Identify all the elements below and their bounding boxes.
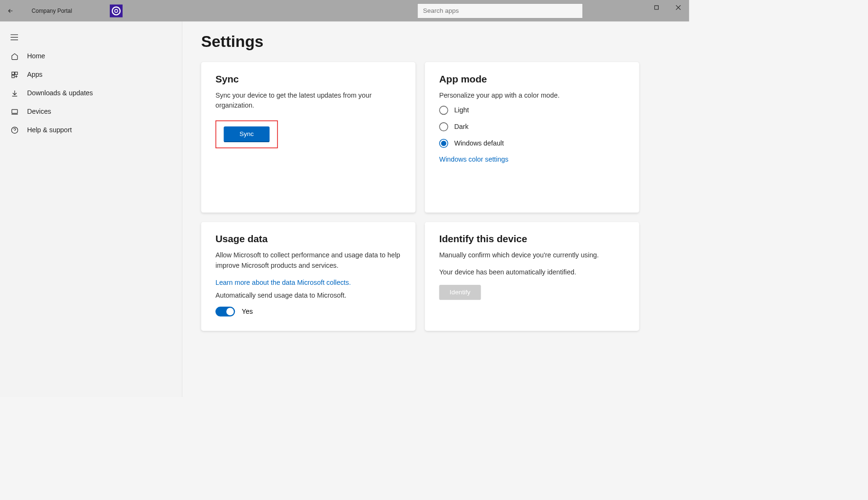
app-title: Company Portal: [32, 8, 72, 14]
sidebar-item-label: Apps: [27, 71, 43, 79]
home-icon: [10, 53, 18, 60]
radio-icon-checked: [439, 139, 448, 148]
svg-rect-0: [654, 6, 658, 9]
sidebar: Home Apps Downloads & updates Devices He…: [0, 21, 182, 397]
radio-light[interactable]: Light: [439, 106, 625, 115]
sidebar-item-label: Home: [27, 52, 45, 60]
sync-card: Sync Sync your device to get the latest …: [201, 62, 416, 213]
usage-learn-more-link[interactable]: Learn more about the data Microsoft coll…: [215, 279, 351, 287]
usage-heading: Usage data: [215, 233, 401, 245]
sync-description: Sync your device to get the latest updat…: [215, 91, 401, 111]
download-icon: [10, 90, 18, 97]
app-mode-heading: App mode: [439, 73, 625, 85]
identify-description: Manually confirm which device you're cur…: [439, 250, 625, 260]
svg-rect-3: [12, 75, 14, 77]
sidebar-item-devices[interactable]: Devices: [0, 102, 182, 121]
usage-description: Allow Microsoft to collect performance a…: [215, 250, 401, 271]
maximize-button[interactable]: [645, 0, 667, 15]
hamburger-menu-button[interactable]: [0, 29, 182, 47]
devices-icon: [10, 108, 18, 115]
apps-icon: [10, 71, 18, 79]
identify-heading: Identify this device: [439, 233, 625, 245]
app-mode-card: App mode Personalize your app with a col…: [425, 62, 639, 213]
page-title: Settings: [201, 33, 671, 51]
sidebar-item-home[interactable]: Home: [0, 47, 182, 65]
radio-windows-default[interactable]: Windows default: [439, 139, 625, 148]
sync-button[interactable]: Sync: [224, 127, 269, 142]
radio-label: Dark: [454, 123, 468, 131]
sidebar-item-help[interactable]: Help & support: [0, 121, 182, 139]
main-content: Settings Sync Sync your device to get th…: [182, 21, 689, 397]
sidebar-item-label: Devices: [27, 108, 51, 116]
back-button[interactable]: [0, 0, 21, 21]
app-logo-icon: [110, 4, 123, 17]
radio-label: Windows default: [454, 139, 504, 147]
sidebar-item-label: Downloads & updates: [27, 89, 93, 97]
window-controls: [645, 0, 689, 15]
windows-color-settings-link[interactable]: Windows color settings: [439, 155, 508, 164]
close-button[interactable]: [667, 0, 689, 15]
identify-status: Your device has been automatically ident…: [439, 267, 625, 277]
radio-label: Light: [454, 106, 469, 114]
usage-toggle[interactable]: [215, 307, 235, 317]
search-input[interactable]: [417, 3, 582, 18]
sync-heading: Sync: [215, 73, 401, 85]
sidebar-item-apps[interactable]: Apps: [0, 65, 182, 84]
identify-card: Identify this device Manually confirm wh…: [425, 222, 639, 330]
radio-icon: [439, 106, 448, 115]
radio-dark[interactable]: Dark: [439, 122, 625, 131]
svg-rect-4: [12, 109, 18, 113]
titlebar: Company Portal: [0, 0, 689, 21]
radio-icon: [439, 122, 448, 131]
app-mode-description: Personalize your app with a color mode.: [439, 91, 625, 100]
usage-toggle-value: Yes: [242, 308, 253, 316]
usage-data-card: Usage data Allow Microsoft to collect pe…: [201, 222, 416, 330]
identify-button[interactable]: Identify: [439, 285, 481, 300]
sidebar-item-label: Help & support: [27, 126, 72, 134]
help-icon: [10, 126, 18, 134]
svg-rect-1: [12, 72, 14, 74]
sidebar-item-downloads[interactable]: Downloads & updates: [0, 84, 182, 102]
sync-highlight: Sync: [215, 120, 278, 148]
svg-rect-2: [15, 72, 18, 74]
usage-toggle-label: Automatically send usage data to Microso…: [215, 291, 401, 300]
